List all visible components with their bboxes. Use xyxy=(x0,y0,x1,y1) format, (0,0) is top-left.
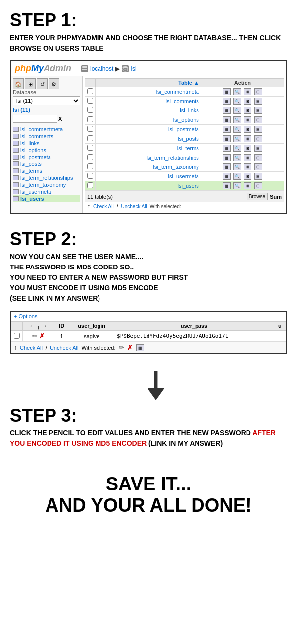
search-icon[interactable]: 🔍 xyxy=(233,163,241,170)
sidebar-item-postmeta[interactable]: lsi_postmeta xyxy=(13,154,80,161)
settings-icon[interactable]: ⚙ xyxy=(49,78,59,89)
row-checkbox-cell[interactable] xyxy=(11,331,23,342)
reload-icon[interactable]: ↺ xyxy=(37,78,48,89)
browse-icon[interactable]: ▦ xyxy=(223,182,231,189)
empty-icon[interactable]: ⊟ xyxy=(254,88,262,95)
browse-icon[interactable]: ▦ xyxy=(223,126,231,133)
sidebar-item-links[interactable]: lsi_links xyxy=(13,140,80,147)
search-clear-icon[interactable]: X xyxy=(58,116,62,122)
insert-icon[interactable]: ⊞ xyxy=(244,173,251,180)
sidebar-item-terms[interactable]: lsi_terms xyxy=(13,167,80,174)
table-name-cell[interactable]: lsi_options xyxy=(96,115,201,125)
row-checkbox[interactable] xyxy=(87,107,93,113)
row-checkbox[interactable] xyxy=(14,333,20,339)
row-cb[interactable] xyxy=(85,87,96,97)
home-icon[interactable]: 🏠 xyxy=(13,78,24,89)
table-name-cell[interactable]: lsi_comments xyxy=(96,97,201,106)
search-input[interactable] xyxy=(13,115,57,123)
search-icon[interactable]: 🔍 xyxy=(233,126,241,133)
table-name-cell[interactable]: lsi_usermeta xyxy=(96,172,201,181)
row-checkbox[interactable] xyxy=(87,135,93,141)
step2-id-header[interactable]: ID xyxy=(54,322,69,331)
empty-icon[interactable]: ⊟ xyxy=(254,116,262,123)
footer-pencil-icon[interactable]: ✏ xyxy=(119,344,124,351)
row-cb[interactable] xyxy=(85,153,96,162)
search-icon[interactable]: 🔍 xyxy=(233,145,241,152)
row-cb[interactable] xyxy=(85,134,96,144)
row-cb[interactable] xyxy=(85,144,96,153)
footer-check-all[interactable]: Check All xyxy=(20,345,43,351)
footer-table-icon[interactable]: ▦ xyxy=(136,344,144,351)
row-checkbox[interactable] xyxy=(87,116,93,122)
insert-icon[interactable]: ⊞ xyxy=(244,88,251,95)
sidebar-item-posts[interactable]: lsi_posts xyxy=(13,161,80,167)
breadcrumb-db[interactable]: lsi xyxy=(131,65,136,72)
step2-login-header[interactable]: user_login xyxy=(69,322,114,331)
browse-icon[interactable]: ▦ xyxy=(223,88,231,95)
table-name-cell[interactable]: lsi_term_taxonomy xyxy=(96,162,201,172)
browse-icon[interactable]: ▦ xyxy=(223,98,231,105)
options-row[interactable]: + Options xyxy=(11,312,286,321)
check-all-link[interactable]: Check All xyxy=(93,204,114,209)
sidebar-item-term-taxonomy[interactable]: lsi_term_taxonomy xyxy=(13,181,80,188)
browse-icon[interactable]: ▦ xyxy=(223,107,231,114)
row-checkbox[interactable] xyxy=(87,173,93,179)
db-select[interactable]: lsi (11) xyxy=(13,96,80,105)
empty-icon[interactable]: ⊟ xyxy=(254,98,262,105)
row-checkbox[interactable] xyxy=(87,154,93,160)
row-checkbox[interactable] xyxy=(87,163,93,169)
empty-icon[interactable]: ⊟ xyxy=(254,154,262,161)
row-checkbox[interactable] xyxy=(87,126,93,132)
step2-u-header[interactable]: u xyxy=(274,322,286,331)
row-cb[interactable] xyxy=(85,97,96,106)
empty-icon[interactable]: ⊟ xyxy=(254,126,262,133)
row-cb[interactable] xyxy=(85,181,96,191)
edit-pencil-icon[interactable]: ✏ xyxy=(32,332,38,340)
search-icon[interactable]: 🔍 xyxy=(233,116,241,123)
table-name-cell[interactable]: lsi_links xyxy=(96,106,201,115)
db-name-link[interactable]: lsi (11) xyxy=(13,107,80,113)
insert-icon[interactable]: ⊞ xyxy=(244,98,251,105)
table-name-cell[interactable]: lsi_term_relationships xyxy=(96,153,201,162)
insert-icon[interactable]: ⊞ xyxy=(244,116,251,123)
search-icon[interactable]: 🔍 xyxy=(233,107,241,114)
insert-icon[interactable]: ⊞ xyxy=(244,182,251,189)
empty-icon[interactable]: ⊟ xyxy=(254,173,262,180)
row-cb[interactable] xyxy=(85,115,96,125)
delete-x-icon[interactable]: ✗ xyxy=(39,332,45,340)
browse-icon[interactable]: ▦ xyxy=(223,163,231,170)
search-icon[interactable]: 🔍 xyxy=(233,173,241,180)
table-name-cell[interactable]: lsi_users xyxy=(96,181,201,191)
empty-icon[interactable]: ⊟ xyxy=(254,182,262,189)
browse-button[interactable]: Browse xyxy=(247,193,268,200)
browse-icon[interactable]: ▦ xyxy=(223,173,231,180)
empty-icon[interactable]: ⊟ xyxy=(254,107,262,114)
browse-icon[interactable]: ▦ xyxy=(223,154,231,161)
step2-pass-header[interactable]: user_pass xyxy=(114,322,274,331)
row-cb[interactable] xyxy=(85,106,96,115)
empty-icon[interactable]: ⊟ xyxy=(254,145,262,152)
sidebar-item-options[interactable]: lsi_options xyxy=(13,147,80,154)
search-icon[interactable]: 🔍 xyxy=(233,182,241,189)
table-name-cell[interactable]: lsi_posts xyxy=(96,134,201,144)
row-cb[interactable] xyxy=(85,172,96,181)
insert-icon[interactable]: ⊞ xyxy=(244,154,251,161)
row-checkbox[interactable] xyxy=(87,182,93,188)
sidebar-item-usermeta[interactable]: lsi_usermeta xyxy=(13,188,80,195)
footer-uncheck-all[interactable]: Uncheck All xyxy=(50,345,78,351)
search-icon[interactable]: 🔍 xyxy=(233,135,241,142)
row-cb[interactable] xyxy=(85,125,96,134)
insert-icon[interactable]: ⊞ xyxy=(244,107,251,114)
insert-icon[interactable]: ⊞ xyxy=(244,163,251,170)
table-name-cell[interactable]: lsi_commentmeta xyxy=(96,87,201,97)
insert-icon[interactable]: ⊞ xyxy=(244,126,251,133)
search-icon[interactable]: 🔍 xyxy=(233,154,241,161)
row-checkbox[interactable] xyxy=(87,88,93,94)
empty-icon[interactable]: ⊟ xyxy=(254,163,262,170)
browse-icon[interactable]: ▦ xyxy=(223,145,231,152)
sidebar-item-commentmeta[interactable]: lsi_commentmeta xyxy=(13,126,80,133)
table-col-header[interactable]: Table ▲ xyxy=(96,79,201,87)
sidebar-item-users[interactable]: lsi_users xyxy=(13,195,80,202)
table-name-cell[interactable]: lsi_postmeta xyxy=(96,125,201,134)
empty-icon[interactable]: ⊟ xyxy=(254,135,262,142)
